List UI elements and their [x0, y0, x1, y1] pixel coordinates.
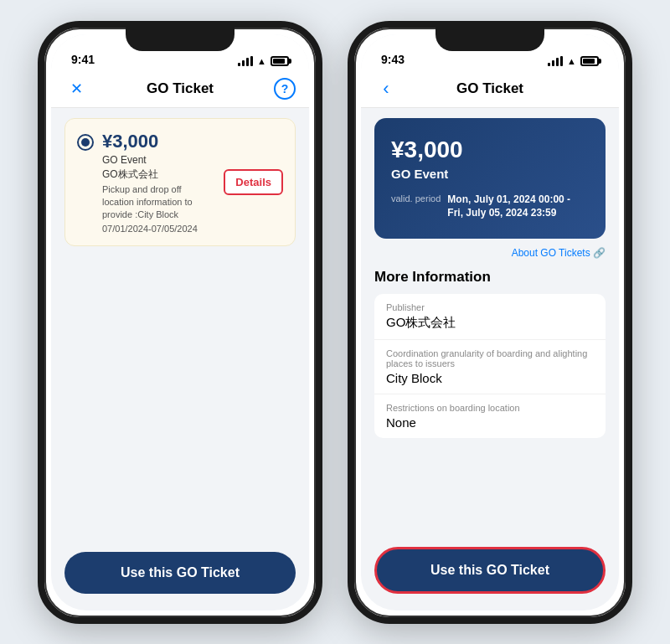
banner-event-2: GO Event: [391, 167, 589, 181]
status-time-2: 9:43: [381, 53, 405, 66]
info-card-2: Publisher GO株式会社 Coordination granularit…: [374, 294, 606, 438]
bottom-area-2: Use this GO Ticket: [361, 537, 619, 611]
publisher-value: GO株式会社: [386, 315, 594, 331]
phone-2: 9:43 ▲ ‹ GO Ticket: [348, 21, 632, 624]
nav-title-2: GO Ticket: [456, 80, 523, 97]
banner-valid-row-2: valid. period Mon, July 01, 2024 00:00 -…: [391, 193, 589, 221]
ticket-company-1: GO株式会社: [102, 167, 215, 182]
ticket-info-1: ¥3,000 GO Event GO株式会社 Pickup and drop o…: [102, 131, 215, 234]
phone-frame-2: 9:43 ▲ ‹ GO Ticket: [348, 21, 632, 624]
nav-bar-2: ‹ GO Ticket: [361, 71, 619, 108]
phone-inner-1: 9:41 ▲ ✕ GO Ticket: [51, 34, 309, 611]
status-time-1: 9:41: [71, 53, 95, 66]
ticket-desc-1: Pickup and drop off location information…: [102, 183, 215, 222]
phone-content-2: ¥3,000 GO Event valid. period Mon, July …: [361, 108, 619, 537]
ticket-radio-inner-1: [81, 138, 90, 147]
publisher-label: Publisher: [386, 302, 594, 312]
signal-icon-1: [238, 56, 253, 66]
ticket-event-1: GO Event: [102, 154, 215, 166]
ticket-date-1: 07/01/2024-07/05/2024: [102, 224, 215, 234]
details-button-1[interactable]: Details: [224, 169, 283, 195]
status-icons-1: ▲: [238, 56, 289, 66]
phone-1: 9:41 ▲ ✕ GO Ticket: [38, 21, 322, 624]
spacer-2: [374, 446, 606, 536]
help-button-1[interactable]: ?: [274, 78, 296, 100]
ticket-price-1: ¥3,000: [102, 131, 215, 152]
nav-title-1: GO Ticket: [147, 80, 214, 97]
coordination-label: Coordination granularity of boarding and…: [386, 348, 594, 368]
status-icons-2: ▲: [548, 56, 599, 66]
info-row-coordination: Coordination granularity of boarding and…: [374, 340, 606, 394]
phone-inner-2: 9:43 ▲ ‹ GO Ticket: [361, 34, 619, 611]
help-icon-1: ?: [281, 82, 289, 95]
wifi-icon-1: ▲: [257, 56, 266, 66]
close-button-1[interactable]: ✕: [64, 77, 88, 100]
info-row-publisher: Publisher GO株式会社: [374, 294, 606, 340]
ticket-radio-1[interactable]: [77, 134, 94, 151]
restrictions-value: None: [386, 415, 594, 430]
nav-left-1: ✕: [64, 77, 88, 100]
about-go-tickets-link-2[interactable]: About GO Tickets 🔗: [374, 247, 606, 259]
close-icon-1: ✕: [70, 80, 83, 98]
phone-content-1: ¥3,000 GO Event GO株式会社 Pickup and drop o…: [51, 108, 309, 542]
spacer-1: [64, 256, 296, 532]
notch-1: [126, 28, 234, 51]
battery-icon-1: [271, 56, 289, 66]
signal-icon-2: [548, 56, 563, 66]
info-row-restrictions: Restrictions on boarding location None: [374, 394, 606, 438]
banner-valid-value-2: Mon, July 01, 2024 00:00 -Fri, July 05, …: [447, 193, 570, 221]
phone-frame-1: 9:41 ▲ ✕ GO Ticket: [38, 21, 322, 624]
coordination-value: City Block: [386, 371, 594, 385]
nav-right-1: ?: [274, 78, 296, 100]
ticket-banner-2: ¥3,000 GO Event valid. period Mon, July …: [374, 118, 606, 240]
use-ticket-button-1[interactable]: Use this GO Ticket: [64, 552, 296, 594]
wifi-icon-2: ▲: [567, 56, 576, 66]
banner-valid-label-2: valid. period: [391, 193, 441, 204]
bottom-area-1: Use this GO Ticket: [51, 542, 309, 611]
notch-2: [436, 28, 544, 51]
banner-price-2: ¥3,000: [391, 137, 589, 163]
more-info-title-2: More Information: [374, 269, 606, 286]
nav-left-2: ‹: [374, 77, 398, 100]
nav-bar-1: ✕ GO Ticket ?: [51, 71, 309, 108]
back-button-2[interactable]: ‹: [374, 77, 398, 100]
battery-icon-2: [580, 56, 599, 66]
restrictions-label: Restrictions on boarding location: [386, 403, 594, 413]
back-arrow-icon-2: ‹: [383, 78, 389, 100]
ticket-card-1: ¥3,000 GO Event GO株式会社 Pickup and drop o…: [64, 118, 296, 246]
use-ticket-button-2[interactable]: Use this GO Ticket: [374, 547, 606, 594]
